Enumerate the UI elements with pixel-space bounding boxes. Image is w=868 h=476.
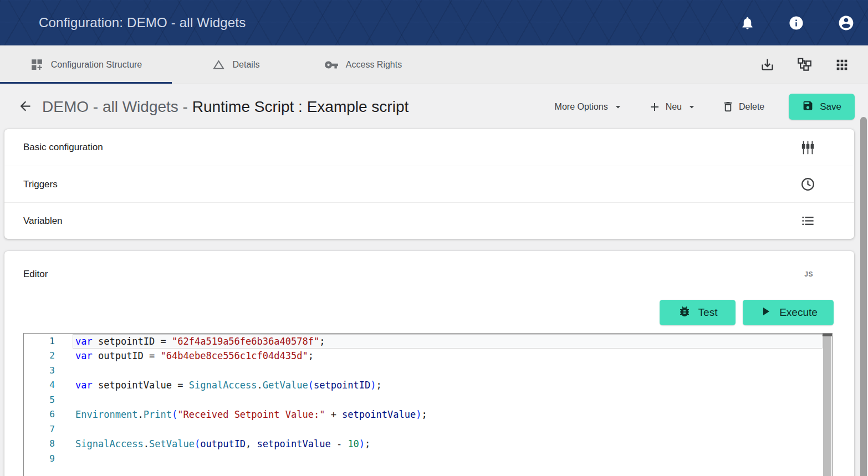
page-title-main: Runtime Script : Example script bbox=[192, 98, 409, 115]
tab-configuration-structure[interactable]: Configuration Structure bbox=[0, 45, 172, 84]
editor-actions: Test Execute bbox=[4, 300, 854, 325]
section-variablen[interactable]: Variablen bbox=[4, 202, 854, 239]
section-label: Variablen bbox=[23, 216, 63, 227]
execute-button-label: Execute bbox=[779, 306, 818, 319]
trash-icon bbox=[722, 100, 734, 113]
section-basic-configuration[interactable]: Basic configuration bbox=[4, 129, 854, 166]
code-editor[interactable]: 123456789 var setpointID = "62f4a519a56f… bbox=[23, 333, 833, 476]
save-button[interactable]: Save bbox=[789, 94, 855, 120]
chevron-down-icon bbox=[686, 101, 697, 112]
tab-label: Details bbox=[233, 60, 260, 70]
page-title-context: DEMO - all Widgets - bbox=[42, 98, 192, 115]
new-button-label: Neu bbox=[666, 102, 682, 112]
account-icon[interactable] bbox=[838, 14, 855, 32]
bug-icon bbox=[678, 305, 691, 321]
editor-heading: Editor bbox=[23, 269, 48, 280]
tab-label: Access Rights bbox=[346, 60, 402, 70]
tab-bar: Configuration Structure Details Access R… bbox=[0, 45, 868, 84]
code-line[interactable]: var setpointValue = SignalAccess.GetValu… bbox=[73, 378, 823, 392]
editor-card: Editor JS Test Execute 123456789 var set… bbox=[4, 251, 854, 476]
header-actions bbox=[740, 14, 855, 32]
clock-icon bbox=[800, 177, 815, 192]
code-line[interactable]: SignalAccess.SetValue(outputID, setpoint… bbox=[73, 437, 823, 451]
page-scrollbar[interactable] bbox=[859, 85, 868, 476]
code-line[interactable] bbox=[73, 393, 823, 407]
active-tab-indicator bbox=[0, 82, 172, 84]
execute-button[interactable]: Execute bbox=[743, 300, 834, 325]
section-label: Triggers bbox=[23, 179, 58, 190]
schema-tree-icon[interactable] bbox=[797, 57, 812, 72]
tabbar-actions bbox=[760, 45, 868, 84]
app-header: Configuration: DEMO - all Widgets bbox=[0, 0, 868, 45]
tab-access-rights[interactable]: Access Rights bbox=[299, 45, 427, 84]
code-line[interactable] bbox=[73, 422, 823, 437]
app-window: Configuration: DEMO - all Widgets Config… bbox=[0, 0, 868, 476]
code-line[interactable]: Environment.Print("Received Setpoint Val… bbox=[73, 407, 823, 422]
section-triggers[interactable]: Triggers bbox=[4, 166, 854, 202]
back-button[interactable] bbox=[13, 95, 37, 119]
sliders-icon bbox=[800, 140, 815, 155]
page-title-row: DEMO - all Widgets - Runtime Script : Ex… bbox=[0, 84, 868, 129]
test-button[interactable]: Test bbox=[660, 300, 736, 325]
editor-gutter: 123456789 bbox=[24, 334, 55, 476]
code-line[interactable] bbox=[73, 452, 823, 466]
tab-label: Configuration Structure bbox=[51, 60, 142, 70]
section-label: Basic configuration bbox=[23, 142, 103, 153]
download-icon[interactable] bbox=[760, 57, 775, 72]
chevron-down-icon bbox=[612, 101, 624, 112]
title-actions: More Options Neu Delete Save bbox=[555, 94, 855, 120]
save-floppy-icon bbox=[802, 100, 814, 114]
list-icon bbox=[800, 213, 815, 228]
plus-icon bbox=[648, 100, 661, 114]
delete-button[interactable]: Delete bbox=[722, 100, 764, 113]
new-button[interactable]: Neu bbox=[648, 100, 697, 114]
editor-scrollbar[interactable] bbox=[823, 334, 832, 476]
code-line[interactable]: var setpointID = "62f4a519a56fe6b36a4057… bbox=[73, 334, 823, 349]
notifications-bell-icon[interactable] bbox=[740, 16, 755, 30]
js-language-badge: JS bbox=[804, 270, 813, 278]
apps-grid-icon[interactable] bbox=[834, 57, 850, 73]
editor-header: Editor JS bbox=[4, 251, 854, 280]
play-icon bbox=[759, 305, 772, 321]
info-icon[interactable] bbox=[788, 15, 804, 31]
key-icon bbox=[324, 58, 339, 72]
code-line[interactable] bbox=[73, 364, 823, 378]
page-scrollbar-thumb[interactable] bbox=[860, 117, 867, 476]
app-title: Configuration: DEMO - all Widgets bbox=[39, 15, 246, 30]
delete-button-label: Delete bbox=[739, 102, 764, 112]
save-button-label: Save bbox=[820, 101, 841, 112]
more-options-label: More Options bbox=[555, 102, 608, 112]
tab-details[interactable]: Details bbox=[172, 45, 299, 84]
arrow-back-icon bbox=[18, 99, 33, 115]
editor-code-lines[interactable]: var setpointID = "62f4a519a56fe6b36a4057… bbox=[73, 334, 823, 476]
config-sections-card: Basic configuration Triggers Variablen bbox=[4, 129, 854, 239]
code-line[interactable]: var outputID = "64b4ebe8ce556c1cf04d435d… bbox=[73, 349, 823, 363]
triangle-icon bbox=[212, 58, 226, 71]
more-options-button[interactable]: More Options bbox=[555, 101, 624, 112]
page-title: DEMO - all Widgets - Runtime Script : Ex… bbox=[42, 98, 409, 116]
dashboard-customize-icon bbox=[30, 58, 44, 71]
editor-scrollbar-thumb[interactable] bbox=[823, 336, 831, 476]
test-button-label: Test bbox=[698, 306, 718, 319]
